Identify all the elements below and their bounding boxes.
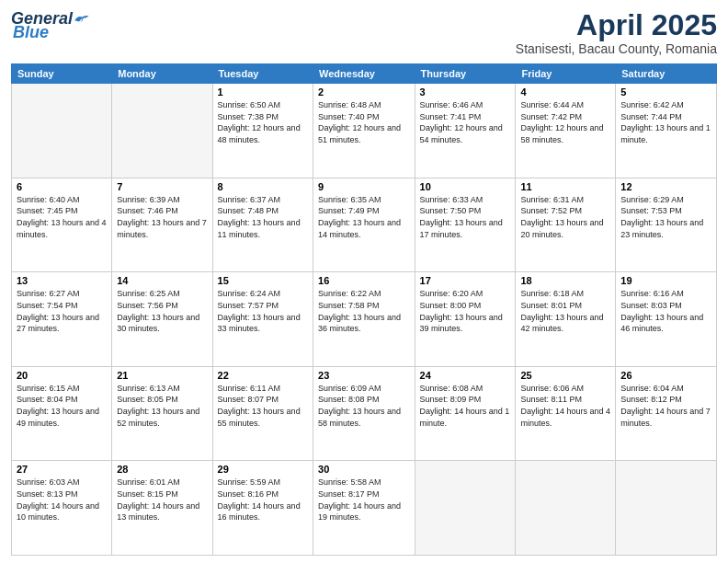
day-info: Sunrise: 6:48 AMSunset: 7:40 PMDaylight:…	[318, 99, 410, 145]
day-number: 7	[117, 181, 207, 192]
day-number: 9	[318, 181, 410, 192]
day-info: Sunrise: 6:35 AMSunset: 7:49 PMDaylight:…	[318, 194, 410, 240]
calendar-cell: 16Sunrise: 6:22 AMSunset: 7:58 PMDayligh…	[313, 272, 415, 367]
day-info: Sunrise: 6:01 AMSunset: 8:15 PMDaylight:…	[117, 477, 207, 523]
calendar-cell: 20Sunrise: 6:15 AMSunset: 8:04 PMDayligh…	[12, 366, 112, 461]
calendar-cell: 7Sunrise: 6:39 AMSunset: 7:46 PMDaylight…	[112, 178, 212, 272]
day-number: 25	[520, 370, 610, 381]
calendar-cell: 10Sunrise: 6:33 AMSunset: 7:50 PMDayligh…	[415, 178, 516, 272]
day-number: 11	[520, 181, 610, 192]
logo: General Blue	[11, 9, 90, 42]
day-info: Sunrise: 6:04 AMSunset: 8:12 PMDaylight:…	[620, 383, 711, 429]
day-number: 4	[520, 86, 610, 98]
day-info: Sunrise: 6:24 AMSunset: 7:57 PMDaylight:…	[218, 288, 308, 334]
day-info: Sunrise: 6:22 AMSunset: 7:58 PMDaylight:…	[318, 288, 410, 334]
day-info: Sunrise: 6:13 AMSunset: 8:05 PMDaylight:…	[117, 383, 207, 429]
day-number: 23	[318, 370, 410, 381]
calendar-header-row: SundayMondayTuesdayWednesdayThursdayFrid…	[12, 64, 717, 84]
calendar-cell: 21Sunrise: 6:13 AMSunset: 8:05 PMDayligh…	[112, 366, 212, 461]
day-number: 28	[117, 464, 207, 475]
weekday-header-saturday: Saturday	[616, 64, 717, 84]
calendar-week-2: 6Sunrise: 6:40 AMSunset: 7:45 PMDaylight…	[12, 178, 717, 272]
day-number: 13	[17, 275, 107, 286]
calendar-cell	[12, 84, 112, 178]
calendar-week-3: 13Sunrise: 6:27 AMSunset: 7:54 PMDayligh…	[12, 272, 717, 367]
day-number: 27	[17, 464, 107, 475]
calendar-cell: 2Sunrise: 6:48 AMSunset: 7:40 PMDaylight…	[313, 84, 415, 178]
calendar-cell: 14Sunrise: 6:25 AMSunset: 7:56 PMDayligh…	[112, 272, 212, 367]
day-info: Sunrise: 6:40 AMSunset: 7:45 PMDaylight:…	[17, 194, 107, 240]
day-info: Sunrise: 6:16 AMSunset: 8:03 PMDaylight:…	[620, 288, 711, 334]
calendar-cell	[516, 461, 616, 556]
calendar-cell: 12Sunrise: 6:29 AMSunset: 7:53 PMDayligh…	[616, 178, 717, 272]
day-info: Sunrise: 6:08 AMSunset: 8:09 PMDaylight:…	[420, 383, 511, 429]
day-number: 20	[17, 370, 107, 381]
day-number: 10	[420, 181, 511, 192]
day-info: Sunrise: 6:09 AMSunset: 8:08 PMDaylight:…	[318, 383, 410, 429]
day-info: Sunrise: 6:46 AMSunset: 7:41 PMDaylight:…	[420, 99, 511, 145]
day-number: 22	[218, 370, 308, 381]
calendar-week-4: 20Sunrise: 6:15 AMSunset: 8:04 PMDayligh…	[12, 366, 717, 461]
day-info: Sunrise: 6:03 AMSunset: 8:13 PMDaylight:…	[17, 477, 107, 523]
calendar-cell	[415, 461, 516, 556]
day-number: 24	[420, 370, 511, 381]
calendar-cell: 18Sunrise: 6:18 AMSunset: 8:01 PMDayligh…	[516, 272, 616, 367]
weekday-header-friday: Friday	[516, 64, 616, 84]
day-info: Sunrise: 6:29 AMSunset: 7:53 PMDaylight:…	[620, 194, 711, 240]
weekday-header-sunday: Sunday	[12, 64, 112, 84]
calendar-cell: 8Sunrise: 6:37 AMSunset: 7:48 PMDaylight…	[212, 178, 313, 272]
calendar-cell: 5Sunrise: 6:42 AMSunset: 7:44 PMDaylight…	[616, 84, 717, 178]
calendar-cell: 1Sunrise: 6:50 AMSunset: 7:38 PMDaylight…	[212, 84, 313, 178]
day-info: Sunrise: 6:27 AMSunset: 7:54 PMDaylight:…	[17, 288, 107, 334]
calendar-cell: 4Sunrise: 6:44 AMSunset: 7:42 PMDaylight…	[516, 84, 616, 178]
day-number: 30	[318, 464, 410, 475]
day-info: Sunrise: 6:25 AMSunset: 7:56 PMDaylight:…	[117, 288, 207, 334]
calendar-cell: 24Sunrise: 6:08 AMSunset: 8:09 PMDayligh…	[415, 366, 516, 461]
calendar-cell: 6Sunrise: 6:40 AMSunset: 7:45 PMDaylight…	[12, 178, 112, 272]
day-number: 12	[620, 181, 711, 192]
calendar-cell: 22Sunrise: 6:11 AMSunset: 8:07 PMDayligh…	[212, 366, 313, 461]
weekday-header-thursday: Thursday	[415, 64, 516, 84]
day-number: 16	[318, 275, 410, 286]
day-info: Sunrise: 6:06 AMSunset: 8:11 PMDaylight:…	[520, 383, 610, 429]
weekday-header-monday: Monday	[112, 64, 212, 84]
calendar-cell: 23Sunrise: 6:09 AMSunset: 8:08 PMDayligh…	[313, 366, 415, 461]
calendar-cell: 3Sunrise: 6:46 AMSunset: 7:41 PMDaylight…	[415, 84, 516, 178]
day-number: 19	[620, 275, 711, 286]
calendar-week-5: 27Sunrise: 6:03 AMSunset: 8:13 PMDayligh…	[12, 461, 717, 556]
weekday-header-wednesday: Wednesday	[313, 64, 415, 84]
header: General Blue April 2025 Stanisesti, Baca…	[11, 9, 717, 56]
day-number: 5	[620, 86, 711, 98]
day-number: 29	[218, 464, 308, 475]
day-number: 26	[620, 370, 711, 381]
logo-bird-icon	[74, 11, 90, 28]
day-info: Sunrise: 6:50 AMSunset: 7:38 PMDaylight:…	[218, 99, 308, 145]
day-info: Sunrise: 5:58 AMSunset: 8:17 PMDaylight:…	[318, 477, 410, 523]
calendar-cell: 25Sunrise: 6:06 AMSunset: 8:11 PMDayligh…	[516, 366, 616, 461]
calendar-cell: 9Sunrise: 6:35 AMSunset: 7:49 PMDaylight…	[313, 178, 415, 272]
title-block: April 2025 Stanisesti, Bacau County, Rom…	[516, 9, 717, 56]
calendar-cell: 15Sunrise: 6:24 AMSunset: 7:57 PMDayligh…	[212, 272, 313, 367]
day-number: 17	[420, 275, 511, 286]
calendar-cell: 13Sunrise: 6:27 AMSunset: 7:54 PMDayligh…	[12, 272, 112, 367]
day-number: 1	[218, 86, 308, 98]
day-info: Sunrise: 6:33 AMSunset: 7:50 PMDaylight:…	[420, 194, 511, 240]
calendar-week-1: 1Sunrise: 6:50 AMSunset: 7:38 PMDaylight…	[12, 84, 717, 178]
day-number: 18	[520, 275, 610, 286]
calendar-cell: 30Sunrise: 5:58 AMSunset: 8:17 PMDayligh…	[313, 461, 415, 556]
calendar-cell: 29Sunrise: 5:59 AMSunset: 8:16 PMDayligh…	[212, 461, 313, 556]
location-title: Stanisesti, Bacau County, Romania	[516, 41, 717, 56]
calendar-cell: 17Sunrise: 6:20 AMSunset: 8:00 PMDayligh…	[415, 272, 516, 367]
calendar-cell: 27Sunrise: 6:03 AMSunset: 8:13 PMDayligh…	[12, 461, 112, 556]
day-info: Sunrise: 6:31 AMSunset: 7:52 PMDaylight:…	[520, 194, 610, 240]
day-number: 3	[420, 86, 511, 98]
calendar-cell: 19Sunrise: 6:16 AMSunset: 8:03 PMDayligh…	[616, 272, 717, 367]
day-info: Sunrise: 6:20 AMSunset: 8:00 PMDaylight:…	[420, 288, 511, 334]
month-title: April 2025	[516, 9, 717, 41]
day-info: Sunrise: 6:15 AMSunset: 8:04 PMDaylight:…	[17, 383, 107, 429]
day-info: Sunrise: 6:37 AMSunset: 7:48 PMDaylight:…	[218, 194, 308, 240]
day-info: Sunrise: 6:42 AMSunset: 7:44 PMDaylight:…	[620, 99, 711, 145]
calendar-cell	[112, 84, 212, 178]
day-number: 6	[17, 181, 107, 192]
day-number: 14	[117, 275, 207, 286]
